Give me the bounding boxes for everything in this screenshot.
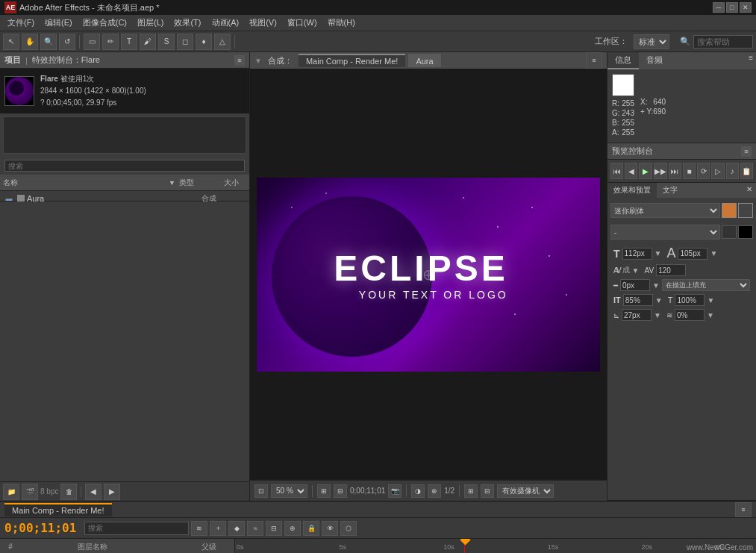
tl-motion-btn[interactable]: ≈ bbox=[247, 521, 263, 536]
timeline-timecode[interactable]: 0;00;11;01 bbox=[4, 521, 76, 535]
skew-sep: ▼ bbox=[707, 311, 714, 319]
region-btn[interactable]: ⊡ bbox=[254, 484, 268, 498]
menu-layer[interactable]: 图层(L) bbox=[133, 16, 168, 30]
preview-more-btn[interactable]: 📋 bbox=[740, 163, 753, 179]
sort-icon[interactable]: ▼ bbox=[169, 179, 179, 187]
go-to-start-btn[interactable]: ⏮ bbox=[610, 163, 623, 179]
play-btn[interactable]: ▶ bbox=[639, 163, 652, 179]
info-right: X: 640 + Y: 690 bbox=[640, 98, 666, 138]
menu-effect[interactable]: 效果(T) bbox=[169, 16, 205, 30]
tool-pen[interactable]: ✏ bbox=[102, 34, 119, 50]
show-alpha-btn[interactable]: ◑ bbox=[411, 484, 425, 498]
ep-tab-text[interactable]: 文字 bbox=[657, 183, 684, 198]
tool-puppet[interactable]: △ bbox=[214, 34, 231, 50]
tracking-input[interactable] bbox=[656, 264, 686, 276]
panel-menu-btn[interactable]: ≡ bbox=[234, 55, 245, 66]
tool-rect-mask[interactable]: ▭ bbox=[84, 34, 100, 50]
close-button[interactable]: ✕ bbox=[740, 2, 752, 13]
prev-frame-btn[interactable]: ◀ bbox=[625, 163, 637, 179]
tool-stamp[interactable]: S bbox=[158, 34, 175, 50]
tl-lock-btn[interactable]: 🔒 bbox=[303, 521, 319, 536]
tl-graph-btn[interactable]: ≋ bbox=[191, 521, 207, 536]
tool-eraser[interactable]: ◻ bbox=[177, 34, 193, 50]
project-search-input[interactable] bbox=[4, 160, 245, 172]
scroll-right-btn[interactable]: ▶ bbox=[104, 484, 120, 500]
effects-presets-panel: 效果和预置 文字 ✕ 迷你刷体 - bbox=[607, 183, 756, 501]
font-size-input[interactable] bbox=[622, 248, 652, 260]
stroke-input[interactable] bbox=[620, 279, 650, 291]
stroke-color-btn[interactable] bbox=[738, 203, 753, 218]
scroll-left-btn[interactable]: ◀ bbox=[85, 484, 101, 500]
comp-tab-maincomp[interactable]: Main Comp - Render Me! bbox=[299, 54, 406, 67]
leading-input[interactable] bbox=[678, 248, 707, 260]
maximize-button[interactable]: □ bbox=[726, 2, 738, 13]
new-comp-btn[interactable]: 🎬 bbox=[22, 484, 38, 500]
menu-animation[interactable]: 动画(A) bbox=[207, 16, 244, 30]
audio-btn[interactable]: ♪ bbox=[726, 163, 739, 179]
preview-buttons: ⏮ ◀ ▶ ▶▶ ⏭ ■ ⟳ ▷ ♪ 📋 bbox=[607, 160, 756, 182]
grid-btn[interactable]: ⊞ bbox=[464, 484, 478, 498]
tool-rotate[interactable]: ↺ bbox=[59, 34, 75, 50]
preview-info: Flare 被使用1次 2844 × 1600 (1422 × 800)(1.0… bbox=[40, 73, 146, 109]
timeline-tracks: 0s 5s 10s 15s 20s 25s bbox=[235, 539, 756, 553]
show-overlay-btn[interactable]: ⊕ bbox=[428, 484, 441, 498]
comp-size-btn[interactable]: ⊟ bbox=[334, 484, 347, 498]
tool-hand[interactable]: ✋ bbox=[22, 34, 38, 50]
tl-keyframe-btn[interactable]: ◆ bbox=[228, 521, 245, 536]
panel-controls: ≡ bbox=[234, 55, 245, 66]
new-folder-btn[interactable]: 📁 bbox=[3, 484, 19, 500]
timeline-search-input[interactable] bbox=[84, 522, 189, 535]
tool-roto[interactable]: ♦ bbox=[196, 34, 212, 50]
tab-audio[interactable]: 音频 bbox=[639, 52, 670, 69]
snapshot-btn[interactable]: 📷 bbox=[388, 484, 402, 498]
delete-btn[interactable]: 🗑 bbox=[60, 484, 77, 500]
comp-tab-aura[interactable]: Aura bbox=[408, 54, 440, 67]
channel-btn[interactable]: ⊟ bbox=[481, 484, 494, 498]
ep-close-btn[interactable]: ✕ bbox=[743, 183, 756, 198]
next-frame-btn[interactable]: ▶▶ bbox=[654, 163, 667, 179]
preview-dims: 2844 × 1600 (1422 × 800)(1.00) bbox=[40, 85, 146, 97]
font-select[interactable]: 迷你刷体 bbox=[610, 203, 720, 218]
tool-brush[interactable]: 🖌 bbox=[140, 34, 156, 50]
comp-menu-btn[interactable]: ≡ bbox=[586, 52, 602, 69]
workspace-select[interactable]: 标准 bbox=[634, 34, 669, 49]
scale-v-input[interactable] bbox=[623, 294, 653, 306]
minimize-button[interactable]: ─ bbox=[713, 2, 725, 13]
menu-window[interactable]: 窗口(W) bbox=[283, 16, 322, 30]
tool-text[interactable]: T bbox=[121, 34, 137, 50]
tl-quality-btn[interactable]: ⬡ bbox=[340, 521, 357, 536]
info-panel-menu[interactable]: ≡ bbox=[746, 52, 756, 69]
style-select[interactable]: - bbox=[610, 225, 720, 240]
loop-btn[interactable]: ⟳ bbox=[697, 163, 710, 179]
menu-edit[interactable]: 编辑(E) bbox=[40, 16, 77, 30]
timeline-menu-btn[interactable]: ≡ bbox=[735, 502, 752, 517]
menu-file[interactable]: 文件(F) bbox=[3, 16, 39, 30]
baseline-sep: ▼ bbox=[654, 311, 661, 319]
timeline-tab-maincomp[interactable]: Main Comp - Render Me! bbox=[4, 503, 112, 516]
tab-info[interactable]: 信息 bbox=[607, 52, 639, 69]
ram-preview-btn[interactable]: ▷ bbox=[711, 163, 724, 179]
zoom-select[interactable]: 50 % bbox=[271, 484, 307, 498]
font-color-btn[interactable] bbox=[722, 203, 737, 218]
tl-null-btn[interactable]: ⊕ bbox=[284, 521, 301, 536]
search-input[interactable] bbox=[693, 35, 753, 49]
tl-add-btn[interactable]: + bbox=[210, 521, 226, 536]
comp-fit-btn[interactable]: ⊞ bbox=[317, 484, 331, 498]
stop-btn[interactable]: ■ bbox=[683, 163, 696, 179]
skew-input[interactable] bbox=[675, 309, 705, 321]
tool-select[interactable]: ↖ bbox=[3, 34, 19, 50]
tl-snap-btn[interactable]: ⊟ bbox=[266, 521, 282, 536]
menu-view[interactable]: 视图(V) bbox=[245, 16, 281, 30]
menu-composition[interactable]: 图像合成(C) bbox=[78, 16, 131, 30]
workspace-area: 工作区： 标准 🔍 bbox=[592, 34, 753, 49]
camera-select[interactable]: 有效摄像机 bbox=[497, 484, 554, 498]
stroke-fill-select[interactable]: 在描边上填充 bbox=[662, 279, 750, 291]
tl-shy-btn[interactable]: 👁 bbox=[322, 521, 338, 536]
menu-help[interactable]: 帮助(H) bbox=[323, 16, 360, 30]
tool-zoom[interactable]: 🔍 bbox=[40, 34, 57, 50]
scale-h-input[interactable] bbox=[675, 294, 705, 306]
preview-ctrl-menu-btn[interactable]: ≡ bbox=[741, 146, 752, 157]
baseline-input[interactable] bbox=[622, 309, 652, 321]
ep-tab-effects[interactable]: 效果和预置 bbox=[607, 183, 657, 198]
go-to-end-btn[interactable]: ⏭ bbox=[669, 163, 681, 179]
